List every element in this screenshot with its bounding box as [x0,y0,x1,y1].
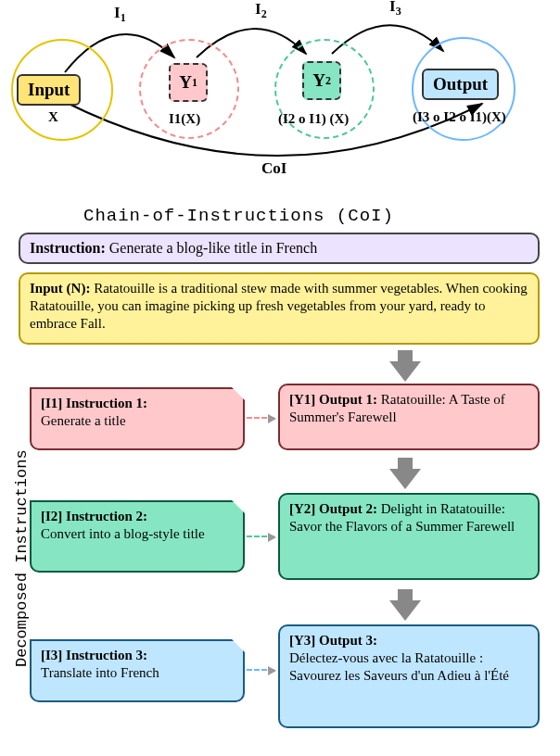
i3-label: [I3] Instruction 3: [41,648,147,662]
flow-arrow-2 [389,600,421,621]
label-i2i1x: (I2 o I1) (X) [278,111,349,127]
node-output: Output [422,69,499,100]
label-i3i2i1x: (I3 o I2 o I1)(X) [413,109,506,125]
coi-schematic: Input Y1 Y2 Output I1 I2 I3 X I1(X) (I2 … [0,0,560,208]
y3-out-text: Délectez-vous avec la Ratatouille : Savo… [289,650,509,683]
output-2-box: [Y2] Output 2: Delight in Ratatouille: S… [278,493,540,580]
decomposed-side-label: Decomposed Instructions [13,449,31,667]
dash-arrow-3 [247,669,274,671]
input-n-label: Input (N): [30,281,94,296]
i2-text: Convert into a blog-style title [41,526,205,541]
instruction-label: Instruction: [30,240,106,256]
i2-label: [I2] Instruction 2: [41,509,147,523]
y1-text: Y [179,72,192,93]
input-n-text: Ratatouille is a traditional stew made w… [30,281,528,331]
node-output-label: Output [433,74,488,94]
flow-arrow-1 [389,469,421,489]
coi-caption: Chain-of-Instructions (CoI) [83,206,394,226]
i2t: I [255,0,261,18]
instruction-1-box: [I1] Instruction 1: Generate a title [30,387,245,450]
node-y2: Y2 [302,61,341,100]
node-y1: Y1 [169,63,208,102]
i3-text: Translate into French [41,665,159,680]
dash-arrow-1 [247,417,274,419]
instruction-text: Generate a blog-like title in French [106,240,317,256]
arc-label-coi: CoI [261,159,286,178]
node-input-label: Input [28,80,70,100]
output-1-box: [Y1] Output 1: Ratatouille: A Taste of S… [278,384,540,450]
i1t: I [114,4,121,21]
y1-sub: 1 [192,76,197,90]
y1-label: [Y1] Output 1: [289,392,381,407]
input-n-box: Input (N): Ratatouille is a traditional … [19,272,540,345]
y3-label: [Y3] Output 3: [289,633,377,648]
i1-text: Generate a title [41,413,126,428]
arc-label-i1: I1 [114,4,126,25]
label-x: X [48,109,58,125]
instruction-3-box: [I3] Instruction 3: Translate into Frenc… [30,639,245,702]
arc-label-i3: I3 [389,0,401,19]
i3t: I [389,0,396,15]
output-3-box: [Y3] Output 3: Délectez-vous avec la Rat… [278,624,540,728]
y2-text: Y [312,70,325,91]
flow-arrow-0 [389,361,421,382]
y2-label: [Y2] Output 2: [289,501,381,516]
dash-arrow-2 [247,536,274,537]
overall-instruction-box: Instruction: Generate a blog-like title … [19,233,540,264]
y2-sub: 2 [325,74,331,88]
node-input: Input [17,74,81,106]
label-i1x: I1(X) [169,111,200,127]
arc-label-i2: I2 [255,0,267,21]
i1-label: [I1] Instruction 1: [41,396,147,410]
instruction-2-box: [I2] Instruction 2: Convert into a blog-… [30,500,245,573]
